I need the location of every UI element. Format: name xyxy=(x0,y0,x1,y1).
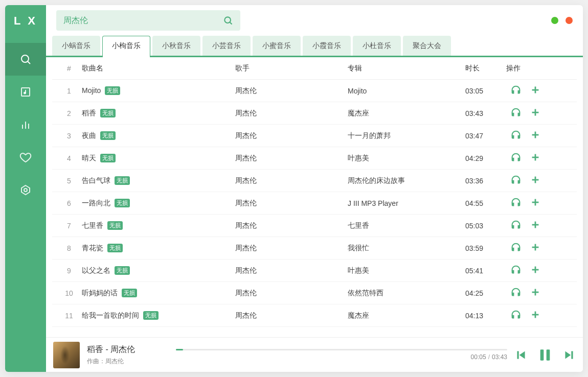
row-name: Mojito无损 xyxy=(82,86,235,95)
time-display: 00:05 / 03:43 xyxy=(176,354,507,361)
table-row[interactable]: 7七里香无损周杰伦七里香05:03 xyxy=(52,215,577,237)
add-button[interactable] xyxy=(530,219,541,232)
add-button[interactable] xyxy=(530,107,541,120)
nav-ranking[interactable] xyxy=(5,108,46,141)
song-table-wrapper[interactable]: # 歌曲名 歌手 专辑 时长 操作 1Mojito无损周杰伦Mojito03:0… xyxy=(46,57,583,337)
table-row[interactable]: 6一路向北无损周杰伦J III MP3 Player04:55 xyxy=(52,192,577,215)
row-album: 我很忙 xyxy=(348,244,465,253)
song-name: 告白气球 xyxy=(82,176,110,185)
prev-button[interactable] xyxy=(514,348,528,362)
add-button[interactable] xyxy=(530,242,541,254)
search-button[interactable] xyxy=(223,15,233,26)
skip-back-icon xyxy=(514,348,528,362)
play-button[interactable] xyxy=(510,107,522,120)
add-button[interactable] xyxy=(530,152,541,164)
table-row[interactable]: 5告白气球无损周杰伦周杰伦的床边故事03:36 xyxy=(52,170,577,192)
add-button[interactable] xyxy=(530,197,541,209)
play-button[interactable] xyxy=(510,309,522,322)
quality-badge: 无损 xyxy=(143,311,159,319)
nav-music-list[interactable] xyxy=(5,76,46,108)
add-button[interactable] xyxy=(530,129,541,142)
album-art[interactable] xyxy=(53,342,80,368)
player-controls xyxy=(514,347,576,363)
tab-source-5[interactable]: 小霞音乐 xyxy=(303,36,351,56)
search-input[interactable] xyxy=(63,16,223,25)
row-name: 听妈妈的话无损 xyxy=(82,289,235,298)
search-box xyxy=(56,10,240,31)
plus-icon xyxy=(530,309,541,322)
song-name: 以父之名 xyxy=(82,266,110,275)
play-button[interactable] xyxy=(510,219,522,232)
row-artist: 周杰伦 xyxy=(235,244,348,253)
row-artist: 周杰伦 xyxy=(235,266,348,275)
add-button[interactable] xyxy=(530,287,541,299)
row-name: 一路向北无损 xyxy=(82,199,235,208)
play-pause-button[interactable] xyxy=(537,347,553,363)
close-button[interactable] xyxy=(566,17,573,24)
headphones-icon xyxy=(510,287,522,299)
play-button[interactable] xyxy=(510,264,522,277)
next-button[interactable] xyxy=(562,348,576,362)
progress-area: 00:05 / 03:43 xyxy=(176,349,507,361)
song-name: Mojito xyxy=(82,86,101,95)
play-button[interactable] xyxy=(510,174,522,187)
chart-icon xyxy=(19,119,32,131)
window-controls xyxy=(551,17,573,24)
song-table: # 歌曲名 歌手 专辑 时长 操作 1Mojito无损周杰伦Mojito03:0… xyxy=(52,57,577,327)
headphones-icon xyxy=(510,264,522,277)
row-duration: 03:36 xyxy=(465,177,506,185)
table-row[interactable]: 10听妈妈的话无损周杰伦依然范特西04:25 xyxy=(52,282,577,304)
play-button[interactable] xyxy=(510,242,522,254)
col-header-duration: 时长 xyxy=(465,64,506,73)
tab-source-6[interactable]: 小杜音乐 xyxy=(353,36,401,56)
row-artist: 周杰伦 xyxy=(235,86,348,96)
row-index: 10 xyxy=(56,289,82,297)
add-button[interactable] xyxy=(530,309,541,322)
play-button[interactable] xyxy=(510,129,522,142)
nav-settings[interactable] xyxy=(5,174,46,206)
tab-source-1[interactable]: 小枸音乐 xyxy=(102,36,150,57)
table-row[interactable]: 1Mojito无损周杰伦Mojito03:05 xyxy=(52,80,577,102)
minimize-button[interactable] xyxy=(551,17,558,24)
table-row[interactable]: 8青花瓷无损周杰伦我很忙03:59 xyxy=(52,237,577,260)
row-artist: 周杰伦 xyxy=(235,109,348,118)
row-actions xyxy=(506,197,562,209)
row-artist: 周杰伦 xyxy=(235,199,348,208)
row-index: 11 xyxy=(56,312,82,320)
app-window: L X 小蜗音乐小 xyxy=(5,5,583,372)
row-index: 6 xyxy=(56,199,82,207)
table-row[interactable]: 2稻香无损周杰伦魔杰座03:43 xyxy=(52,102,577,125)
nav-favorites[interactable] xyxy=(5,141,46,174)
add-button[interactable] xyxy=(530,264,541,277)
table-row[interactable]: 11给我一首歌的时间无损周杰伦魔杰座04:13 xyxy=(52,304,577,327)
plus-icon xyxy=(530,84,541,97)
row-artist: 周杰伦 xyxy=(235,131,348,140)
plus-icon xyxy=(530,107,541,120)
svg-point-3 xyxy=(24,92,26,94)
row-album: 叶惠美 xyxy=(348,154,465,163)
play-button[interactable] xyxy=(510,287,522,299)
svg-rect-35 xyxy=(540,349,544,360)
play-button[interactable] xyxy=(510,84,522,97)
tab-source-2[interactable]: 小秋音乐 xyxy=(152,36,200,56)
play-button[interactable] xyxy=(510,197,522,209)
add-button[interactable] xyxy=(530,174,541,187)
svg-point-8 xyxy=(24,188,27,192)
play-button[interactable] xyxy=(510,152,522,164)
nav-search[interactable] xyxy=(5,43,46,76)
table-row[interactable]: 3夜曲无损周杰伦十一月的萧邦03:47 xyxy=(52,125,577,147)
tab-source-3[interactable]: 小芸音乐 xyxy=(202,36,251,56)
row-name: 告白气球无损 xyxy=(82,176,235,185)
row-artist: 周杰伦 xyxy=(235,289,348,298)
table-row[interactable]: 4晴天无损周杰伦叶惠美04:29 xyxy=(52,147,577,170)
tab-source-0[interactable]: 小蜗音乐 xyxy=(52,36,100,56)
col-header-actions: 操作 xyxy=(506,64,562,73)
table-row[interactable]: 9以父之名无损周杰伦叶惠美05:41 xyxy=(52,260,577,282)
progress-bar[interactable] xyxy=(176,349,507,350)
tab-source-7[interactable]: 聚合大会 xyxy=(403,36,451,56)
add-button[interactable] xyxy=(530,84,541,97)
row-name: 稻香无损 xyxy=(82,109,235,118)
plus-icon xyxy=(530,242,541,254)
quality-badge: 无损 xyxy=(115,266,130,274)
tab-source-4[interactable]: 小蜜音乐 xyxy=(253,36,301,56)
